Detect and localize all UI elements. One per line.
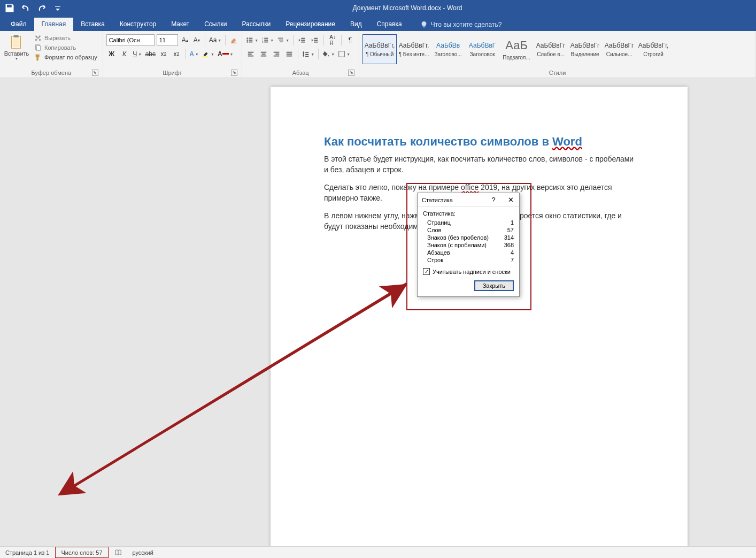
borders-button[interactable]: ▼ bbox=[337, 48, 351, 60]
line-spacing-button[interactable]: ▼ bbox=[302, 48, 315, 60]
bucket-icon bbox=[322, 50, 330, 58]
align-left-button[interactable] bbox=[245, 48, 256, 60]
help-button[interactable]: ? bbox=[485, 196, 502, 204]
numbering-button[interactable]: 123▼ bbox=[261, 34, 274, 46]
brush-icon bbox=[34, 53, 42, 61]
svg-rect-7 bbox=[249, 38, 253, 39]
borders-icon bbox=[338, 50, 345, 58]
copy-button[interactable]: Копировать bbox=[34, 44, 97, 51]
page: Как посчитать количество символов в Word… bbox=[271, 87, 688, 546]
style-5[interactable]: АаБбВвГгСлабое в... bbox=[534, 34, 568, 64]
indent-icon bbox=[311, 36, 319, 44]
save-icon[interactable] bbox=[4, 3, 15, 13]
sort-button[interactable]: А↓Я bbox=[327, 34, 338, 46]
language-indicator[interactable]: русский bbox=[127, 547, 159, 558]
subscript-button[interactable]: x2 bbox=[158, 48, 169, 60]
document-area[interactable]: Как посчитать количество символов в Word… bbox=[0, 78, 756, 546]
underline-button[interactable]: Ч▼ bbox=[132, 48, 143, 60]
style-3[interactable]: АаБбВвГЗаголовок bbox=[465, 34, 499, 64]
close-button[interactable]: Закрыть bbox=[474, 280, 514, 291]
highlight-button[interactable]: ▼ bbox=[202, 48, 215, 60]
tell-me-search[interactable]: Что вы хотите сделать? bbox=[415, 18, 507, 31]
font-name-combo[interactable] bbox=[106, 34, 155, 46]
cut-button[interactable]: Вырезать bbox=[34, 34, 97, 42]
bold-button[interactable]: Ж bbox=[106, 48, 117, 60]
undo-icon[interactable] bbox=[20, 3, 31, 13]
outdent-icon bbox=[298, 36, 306, 44]
group-label-clipboard: Буфер обмена bbox=[31, 70, 71, 76]
style-2[interactable]: АаБбВвЗаголово... bbox=[431, 34, 465, 64]
style-7[interactable]: АаБбВвГгСильное... bbox=[602, 34, 636, 64]
redo-icon[interactable] bbox=[36, 3, 47, 13]
increase-indent-button[interactable] bbox=[310, 34, 320, 46]
align-center-button[interactable] bbox=[258, 48, 269, 60]
group-styles: АаБбВвГг,¶ ОбычныйАаБбВвГг,¶ Без инте...… bbox=[359, 31, 756, 78]
italic-button[interactable]: К bbox=[119, 48, 130, 60]
svg-point-6 bbox=[247, 37, 249, 39]
svg-rect-13 bbox=[264, 38, 268, 39]
show-marks-button[interactable]: ¶ bbox=[345, 34, 356, 46]
word-count[interactable]: Число слов: 57 bbox=[55, 547, 108, 558]
stat-row: Страниц1 bbox=[423, 219, 514, 226]
grow-font-button[interactable]: A▴ bbox=[180, 34, 190, 46]
tab-help[interactable]: Справка bbox=[369, 18, 410, 31]
strikethrough-button[interactable]: abc bbox=[145, 48, 156, 60]
tab-layout[interactable]: Макет bbox=[164, 18, 197, 31]
multilevel-icon bbox=[277, 36, 284, 44]
copy-icon bbox=[34, 44, 42, 51]
tab-references[interactable]: Ссылки bbox=[197, 18, 234, 31]
style-4[interactable]: АаБПодзагол... bbox=[499, 34, 534, 64]
svg-rect-5 bbox=[203, 56, 208, 57]
book-icon bbox=[114, 549, 122, 556]
paragraph-launcher[interactable]: ⬊ bbox=[348, 70, 354, 76]
bullets-button[interactable]: ▼ bbox=[245, 34, 259, 46]
svg-rect-4 bbox=[36, 46, 40, 51]
align-right-button[interactable] bbox=[271, 48, 282, 60]
statistics-dialog: Статистика ? ✕ Статистика: Страниц1Слов5… bbox=[417, 193, 520, 297]
page-indicator[interactable]: Страница 1 из 1 bbox=[0, 547, 55, 558]
tab-file[interactable]: Файл bbox=[3, 18, 34, 31]
style-8[interactable]: АаБбВвГг,Строгий bbox=[636, 34, 670, 64]
tab-design[interactable]: Конструктор bbox=[112, 18, 164, 31]
format-painter-button[interactable]: Формат по образцу bbox=[34, 53, 97, 61]
change-case-button[interactable]: Aa▼ bbox=[209, 34, 222, 46]
proofing-button[interactable] bbox=[109, 547, 127, 558]
tab-insert[interactable]: Вставка bbox=[73, 18, 112, 31]
style-6[interactable]: АаБбВвГгВыделение bbox=[568, 34, 602, 64]
dialog-title: Статистика bbox=[422, 197, 485, 203]
shrink-font-button[interactable]: A▾ bbox=[192, 34, 202, 46]
style-0[interactable]: АаБбВвГг,¶ Обычный bbox=[362, 34, 397, 64]
font-size-combo[interactable] bbox=[157, 34, 178, 46]
tab-review[interactable]: Рецензирование bbox=[278, 18, 343, 31]
shading-button[interactable]: ▼ bbox=[322, 48, 335, 60]
group-font: A▴ A▾ Aa▼ Ж К Ч▼ abc x2 x2 A▼ ▼ A▼ Шрифт… bbox=[103, 31, 243, 78]
style-1[interactable]: АаБбВвГг,¶ Без инте... bbox=[397, 34, 431, 64]
stat-row: Слов57 bbox=[423, 226, 514, 234]
tab-mailings[interactable]: Рассылки bbox=[234, 18, 278, 31]
svg-rect-17 bbox=[264, 42, 268, 43]
stat-row: Знаков (без пробелов)314 bbox=[423, 234, 514, 241]
clear-formatting-button[interactable] bbox=[229, 34, 238, 46]
font-color-button[interactable]: A▼ bbox=[217, 48, 234, 60]
multilevel-button[interactable]: ▼ bbox=[276, 34, 290, 46]
qat-more-icon[interactable] bbox=[52, 3, 63, 13]
clipboard-launcher[interactable]: ⬊ bbox=[92, 70, 98, 76]
include-textboxes-checkbox[interactable]: ✓ Учитывать надписи и сноски bbox=[423, 268, 514, 275]
svg-point-10 bbox=[247, 41, 249, 43]
tab-home[interactable]: Главная bbox=[34, 18, 74, 31]
tab-view[interactable]: Вид bbox=[343, 18, 369, 31]
svg-text:3: 3 bbox=[262, 41, 264, 43]
decrease-indent-button[interactable] bbox=[297, 34, 307, 46]
dialog-subhead: Статистика: bbox=[423, 210, 514, 217]
text-effects-button[interactable]: A▼ bbox=[189, 48, 199, 60]
align-left-icon bbox=[247, 50, 254, 58]
superscript-button[interactable]: x2 bbox=[171, 48, 182, 60]
align-right-icon bbox=[273, 50, 280, 58]
justify-button[interactable] bbox=[284, 48, 295, 60]
close-icon[interactable]: ✕ bbox=[502, 196, 519, 204]
font-launcher[interactable]: ⬊ bbox=[231, 70, 237, 76]
group-clipboard: Вставить ▼ Вырезать Копировать Формат по… bbox=[0, 31, 103, 78]
paste-button[interactable]: Вставить ▼ bbox=[3, 32, 30, 68]
title-bar: Документ Microsoft Word.docx - Word bbox=[0, 0, 756, 16]
bullets-icon bbox=[246, 36, 253, 44]
